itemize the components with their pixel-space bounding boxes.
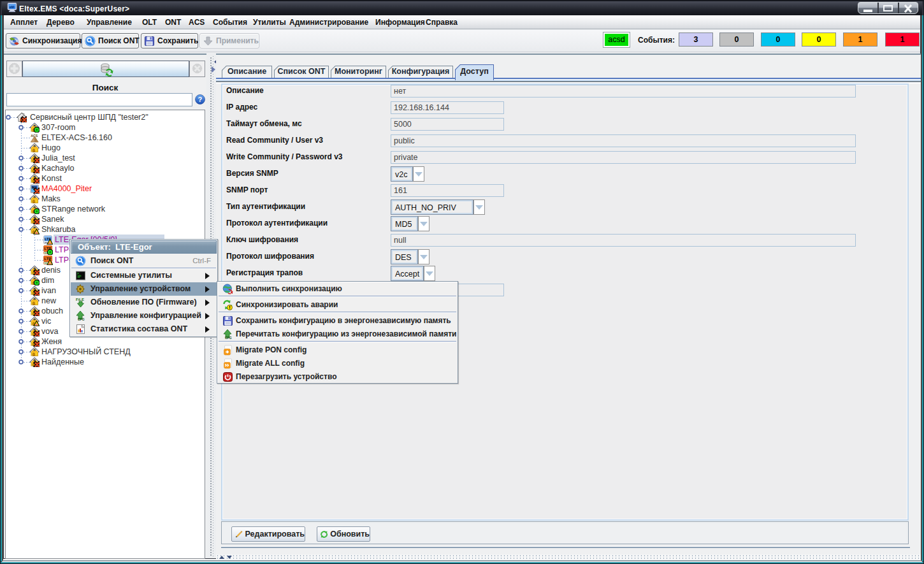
svg-text:eM: eM: [10, 5, 14, 9]
svg-text:CFG: CFG: [78, 317, 85, 321]
svg-text:CFG: CFG: [225, 336, 232, 340]
svg-text:>_: >_: [77, 272, 81, 275]
svg-text:FiLE: FiLE: [76, 298, 84, 301]
svg-text:?: ?: [198, 96, 203, 103]
